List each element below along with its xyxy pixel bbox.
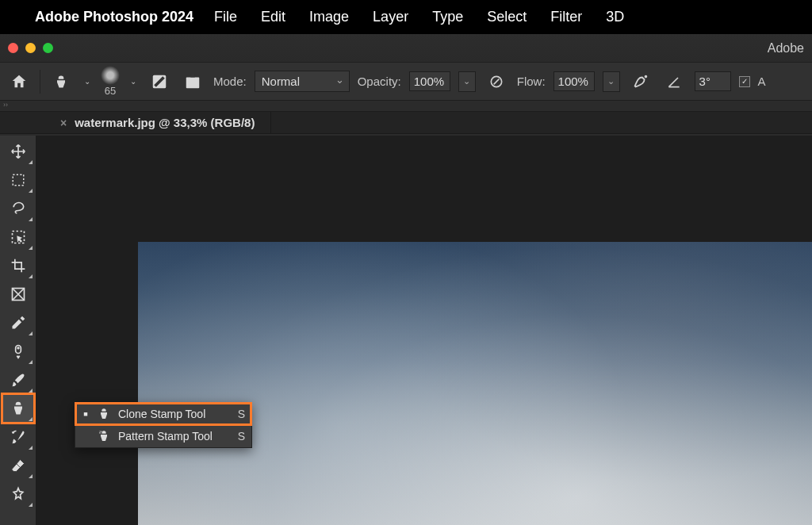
stamp-tool-flyout: ■ Clone Stamp Tool S Pattern Stamp Tool … [75,402,252,448]
document-canvas[interactable]: ■ Clone Stamp Tool S Pattern Stamp Tool … [36,136,812,525]
object-selection-tool[interactable] [2,223,34,251]
flow-chevron-icon[interactable]: ⌄ [603,71,620,92]
flyout-item-label: Clone Stamp Tool [118,408,205,420]
toolbox [0,136,36,525]
clone-source-button[interactable] [180,68,205,95]
image-content [138,242,812,525]
minimize-window-button[interactable] [25,43,36,53]
app-name[interactable]: Adobe Photoshop 2024 [35,9,193,25]
menu-layer[interactable]: Layer [373,9,408,25]
brush-size-value: 65 [105,85,116,97]
pressure-opacity-button[interactable] [484,68,509,95]
document-tab-title: watermark.jpg @ 33,3% (RGB/8) [75,116,255,129]
svg-rect-9 [99,431,101,432]
flyout-item-shortcut: S [238,408,245,420]
menu-select[interactable]: Select [487,9,527,25]
zoom-window-button[interactable] [43,43,53,53]
menu-edit[interactable]: Edit [261,9,285,25]
svg-rect-10 [101,432,102,434]
brush-tip-icon [101,66,120,85]
opacity-input[interactable]: 100% [409,71,450,91]
tool-preset-icon[interactable] [48,68,74,95]
workspace-body: ■ Clone Stamp Tool S Pattern Stamp Tool … [0,136,812,525]
aligned-label: A [758,75,766,88]
angle-input[interactable]: 3° [695,71,731,91]
tool-preset-chevron-icon[interactable]: ⌄ [82,77,93,86]
window-title: Adobe [768,41,804,56]
aligned-checkbox[interactable]: ✓ [739,76,750,87]
crop-tool[interactable] [2,251,34,280]
marquee-tool[interactable] [2,166,34,194]
traffic-lights [8,43,53,53]
menu-image[interactable]: Image [309,9,349,25]
menu-filter[interactable]: Filter [550,9,582,25]
flyout-item-label: Pattern Stamp Tool [118,430,213,443]
document-tabbar: × watermark.jpg @ 33,3% (RGB/8) [0,112,812,134]
history-brush-tool[interactable] [2,423,34,451]
mode-label: Mode: [213,75,247,88]
window-titlebar: Adobe [0,34,812,63]
mode-value: Normal [262,75,300,88]
home-button[interactable] [6,68,32,95]
menu-file[interactable]: File [214,9,237,25]
opacity-chevron-icon[interactable]: ⌄ [458,71,476,92]
flyout-item-shortcut: S [238,430,245,443]
menu-type[interactable]: Type [432,9,463,25]
svg-rect-4 [13,174,24,186]
clone-stamp-tool[interactable] [2,394,34,423]
angle-icon [661,68,687,95]
svg-rect-1 [186,77,200,88]
healing-brush-tool[interactable] [2,337,34,366]
brush-preview[interactable]: 65 [101,66,120,97]
eyedropper-tool[interactable] [2,308,34,337]
svg-point-3 [645,75,646,77]
menu-3d[interactable]: 3D [606,9,624,25]
brush-tool[interactable] [2,366,34,394]
airbrush-button[interactable] [628,68,653,95]
flow-input[interactable]: 100% [553,71,595,91]
flyout-item-clone-stamp[interactable]: ■ Clone Stamp Tool S [75,403,251,425]
selected-marker-icon: ■ [82,410,90,418]
close-window-button[interactable] [8,43,18,53]
system-menubar: Adobe Photoshop 2024 File Edit Image Lay… [0,0,812,33]
flyout-item-pattern-stamp[interactable]: Pattern Stamp Tool S [75,425,251,447]
frame-tool[interactable] [2,280,34,308]
mode-select[interactable]: Normal [255,71,350,92]
move-tool[interactable] [2,137,34,166]
brush-settings-button[interactable] [147,68,172,95]
options-bar: ⌄ 65 ⌄ Mode: Normal Opacity: 100% ⌄ Flow… [0,63,812,101]
close-tab-icon[interactable]: × [60,117,67,129]
brush-chevron-icon[interactable]: ⌄ [128,77,139,86]
gradient-tool[interactable] [2,480,34,508]
flow-label: Flow: [517,75,546,88]
eraser-tool[interactable] [2,451,34,480]
panel-dock-grip[interactable]: ›› [0,101,812,112]
app-window: Adobe ⌄ 65 ⌄ Mode: Normal Opacity: 100% … [0,33,812,525]
document-tab[interactable]: × watermark.jpg @ 33,3% (RGB/8) [44,112,271,133]
opacity-label: Opacity: [358,75,401,88]
lasso-tool[interactable] [2,194,34,223]
pattern-stamp-icon [98,430,110,443]
clone-stamp-icon [98,408,110,420]
